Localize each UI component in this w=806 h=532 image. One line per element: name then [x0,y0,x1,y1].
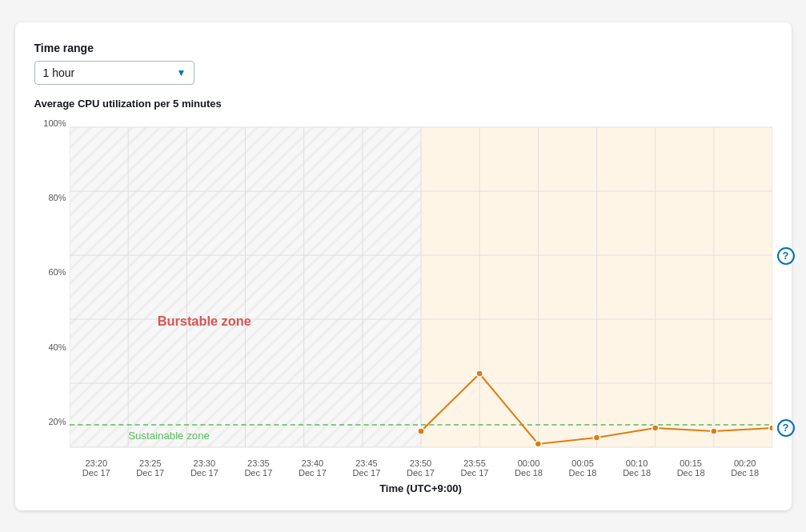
x-label-group: 23:55Dec 17 [447,458,502,478]
svg-point-30 [652,425,658,431]
x-label-group: 23:35Dec 17 [231,458,286,478]
svg-point-31 [710,428,716,434]
x-date-label: Dec 17 [136,468,164,478]
x-label-group: 00:00Dec 18 [502,458,556,478]
x-label-group: 23:45Dec 17 [339,458,394,478]
svg-text:Burstable zone: Burstable zone [157,314,251,328]
x-labels: 23:20Dec 1723:25Dec 1723:30Dec 1723:35De… [70,458,772,478]
chart-container: Burstable zoneSustainable zone ? ? 23:20… [70,119,772,494]
sustainable-help-icon[interactable]: ? [777,419,795,437]
x-date-label: Dec 18 [515,468,543,478]
chart-svg: Burstable zoneSustainable zone [70,119,772,455]
y-axis-label: 100% [34,119,66,128]
x-label-group: 00:20Dec 18 [718,458,772,478]
x-time-label: 00:05 [571,458,594,468]
x-date-label: Dec 17 [244,468,272,478]
x-time-label: 23:50 [410,458,432,468]
x-label-group: 00:10Dec 18 [610,458,664,478]
x-time-label: 00:15 [680,458,702,468]
x-label-group: 23:50Dec 17 [394,458,448,478]
svg-point-28 [535,441,541,447]
x-label-group: 00:15Dec 18 [664,458,718,478]
x-date-label: Dec 18 [569,468,597,478]
chart-svg-wrapper: Burstable zoneSustainable zone ? ? [70,119,772,455]
x-date-label: Dec 18 [623,468,651,478]
svg-point-32 [768,425,772,431]
x-label-group: 23:30Dec 17 [178,458,232,478]
chart-area: 100%80%60%40%20% Burstable zoneSustainab… [34,119,772,494]
x-date-label: Dec 17 [82,468,110,478]
burstable-help-icon[interactable]: ? [777,247,795,265]
x-date-label: Dec 17 [190,468,219,478]
time-range-select[interactable]: 5 minutes15 minutes1 hour3 hours12 hours… [34,61,194,85]
x-date-label: Dec 17 [299,468,327,478]
x-time-label: 00:00 [518,458,540,468]
x-time-label: 23:20 [86,458,108,468]
x-time-label: 23:55 [463,458,486,468]
x-time-label: 23:45 [355,458,378,468]
y-axis: 100%80%60%40%20% [34,119,66,494]
x-time-label: 23:30 [194,458,216,468]
x-time-label: 00:20 [734,458,756,468]
time-range-select-wrapper: 5 minutes15 minutes1 hour3 hours12 hours… [34,61,194,85]
x-time-label: 23:40 [302,458,324,468]
svg-point-29 [593,434,599,441]
x-date-label: Dec 18 [731,468,759,478]
time-range-label: Time range [34,42,772,54]
x-label-group: 23:20Dec 17 [70,458,124,478]
svg-point-26 [417,428,423,434]
main-card: Time range 5 minutes15 minutes1 hour3 ho… [15,22,792,510]
y-axis-label: 80% [34,194,66,202]
x-label-group: 23:40Dec 17 [286,458,340,478]
x-time-label: 23:25 [139,458,162,468]
y-axis-label: 40% [34,343,66,352]
x-time-label: 23:35 [247,458,270,468]
y-axis-label: 20% [34,418,66,426]
y-axis-label: 60% [34,268,66,277]
x-label-group: 00:05Dec 18 [555,458,610,478]
x-date-label: Dec 17 [461,468,489,478]
x-label-group: 23:25Dec 17 [123,458,178,478]
x-date-label: Dec 17 [407,468,435,478]
svg-point-27 [476,370,483,377]
x-axis-title: Time (UTC+9:00) [70,482,772,494]
x-date-label: Dec 18 [677,468,705,478]
svg-text:Sustainable zone: Sustainable zone [128,430,210,442]
chart-title: Average CPU utilization per 5 minutes [34,98,772,110]
x-time-label: 00:10 [626,458,648,468]
x-date-label: Dec 17 [352,468,380,478]
